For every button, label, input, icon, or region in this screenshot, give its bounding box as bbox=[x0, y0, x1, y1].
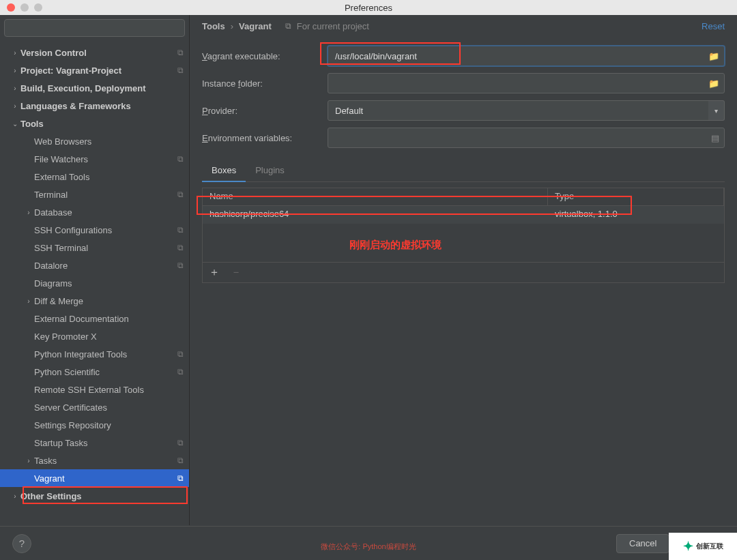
tree-arrow-icon: › bbox=[23, 297, 34, 305]
breadcrumb-separator: › bbox=[231, 21, 233, 31]
sidebar-item-label: Python Scientific bbox=[34, 367, 177, 377]
sidebar-item[interactable]: Diagrams bbox=[0, 274, 189, 292]
sidebar-item-label: Python Integrated Tools bbox=[34, 349, 177, 359]
table-toolbar: ＋ － bbox=[202, 263, 725, 283]
sidebar-item[interactable]: SSH Terminal⧉ bbox=[0, 239, 189, 256]
sidebar-item-label: Tools bbox=[20, 119, 184, 129]
env-variables-input[interactable] bbox=[328, 128, 725, 148]
sidebar-item-label: Other Settings bbox=[20, 491, 184, 501]
provider-select[interactable] bbox=[328, 100, 709, 121]
sidebar-item-label: Diff & Merge bbox=[34, 296, 184, 306]
sidebar-item-label: SSH Configurations bbox=[34, 225, 177, 235]
sidebar-item[interactable]: ›Project: Vagrant-Project⧉ bbox=[0, 61, 189, 79]
breadcrumb-leaf: Vagrant bbox=[239, 21, 272, 31]
instance-folder-input[interactable] bbox=[328, 73, 725, 93]
minimize-window-button[interactable] bbox=[20, 3, 29, 12]
sidebar-item-label: Diagrams bbox=[34, 278, 184, 289]
cell-name: hashicorp/precise64 bbox=[203, 206, 548, 224]
sidebar-item[interactable]: SSH Configurations⧉ bbox=[0, 221, 189, 239]
sidebar-item[interactable]: ›Diff & Merge bbox=[0, 292, 189, 310]
sidebar-item[interactable]: Startup Tasks⧉ bbox=[0, 434, 189, 452]
sidebar-item-label: Terminal bbox=[34, 190, 177, 200]
project-scope-icon: ⧉ bbox=[177, 154, 184, 164]
window-controls bbox=[0, 3, 42, 12]
tab-boxes[interactable]: Boxes bbox=[202, 160, 246, 182]
sidebar-item[interactable]: Web Browsers bbox=[0, 132, 189, 150]
sidebar-item-label: Settings Repository bbox=[34, 420, 184, 430]
sidebar-item[interactable]: ›Languages & Frameworks bbox=[0, 97, 189, 115]
boxes-table: Name Type hashicorp/precise64virtualbox,… bbox=[202, 188, 725, 263]
project-scope-icon: ⧉ bbox=[177, 456, 184, 465]
reset-link[interactable]: Reset bbox=[702, 21, 725, 31]
sidebar-item[interactable]: Settings Repository bbox=[0, 416, 189, 434]
project-scope-icon: ⧉ bbox=[177, 243, 184, 252]
sidebar-item[interactable]: Datalore⧉ bbox=[0, 256, 189, 274]
project-scope-icon: ⧉ bbox=[177, 225, 184, 235]
window-title: Preferences bbox=[345, 3, 392, 13]
sidebar-item[interactable]: File Watchers⧉ bbox=[0, 150, 189, 168]
tree-arrow-icon: › bbox=[23, 209, 34, 216]
sidebar-item[interactable]: Remote SSH External Tools bbox=[0, 381, 189, 398]
tree-arrow-icon: › bbox=[10, 67, 20, 74]
tree-arrow-icon: › bbox=[10, 102, 20, 110]
sidebar-item-label: SSH Terminal bbox=[34, 243, 177, 253]
sidebar-item[interactable]: External Tools bbox=[0, 168, 189, 186]
column-header-type[interactable]: Type bbox=[548, 188, 724, 205]
sidebar-item[interactable]: Python Scientific⧉ bbox=[0, 363, 189, 381]
cancel-button[interactable]: Cancel bbox=[616, 534, 669, 553]
sidebar-item[interactable]: Terminal⧉ bbox=[0, 186, 189, 203]
annotation-text: 刚刚启动的虚拟环境 bbox=[349, 239, 442, 252]
remove-button[interactable]: － bbox=[230, 265, 242, 280]
sidebar-item[interactable]: ›Version Control⧉ bbox=[0, 44, 189, 61]
tree-arrow-icon: › bbox=[10, 492, 20, 500]
cell-type: virtualbox, 1.1.0 bbox=[548, 206, 724, 224]
search-input[interactable] bbox=[4, 19, 185, 37]
project-scope-icon: ⧉ bbox=[177, 48, 184, 57]
sidebar-item-label: Vagrant bbox=[34, 473, 177, 484]
sidebar-item[interactable]: Vagrant⧉ bbox=[0, 469, 189, 487]
env-variables-label: Environment variables: bbox=[202, 133, 328, 143]
close-window-button[interactable] bbox=[7, 3, 15, 12]
sidebar-item[interactable]: ⌄Tools bbox=[0, 115, 189, 132]
tree-arrow-icon: › bbox=[10, 49, 20, 57]
sidebar-item-label: Project: Vagrant-Project bbox=[20, 65, 177, 76]
project-scope-icon: ⧉ bbox=[177, 367, 184, 377]
provider-dropdown-arrow[interactable]: ▾ bbox=[708, 100, 725, 121]
sidebar-item[interactable]: ›Database bbox=[0, 203, 189, 221]
project-scope-icon: ⧉ bbox=[177, 65, 184, 75]
settings-form: Vagrant executable: 📁 Instance folder: 📁… bbox=[190, 37, 737, 283]
browse-folder-icon[interactable]: 📁 bbox=[708, 78, 719, 89]
vagrant-executable-input[interactable] bbox=[328, 46, 725, 66]
tree-arrow-icon: › bbox=[23, 457, 34, 465]
help-button[interactable]: ? bbox=[12, 534, 31, 553]
project-scope-icon: ⧉ bbox=[177, 190, 184, 199]
sidebar-item[interactable]: ›Build, Execution, Deployment bbox=[0, 79, 189, 97]
sidebar-item-label: File Watchers bbox=[34, 154, 177, 164]
browse-folder-icon[interactable]: 📁 bbox=[708, 51, 719, 61]
watermark-logo: ✦ 创新互联 bbox=[669, 533, 737, 560]
sidebar-item-label: Version Control bbox=[20, 48, 177, 58]
zoom-window-button[interactable] bbox=[34, 3, 42, 12]
instance-folder-label: Instance folder: bbox=[202, 78, 328, 89]
sidebar-item[interactable]: Key Promoter X bbox=[0, 327, 189, 345]
tab-plugins[interactable]: Plugins bbox=[246, 160, 294, 181]
sidebar-item-label: Server Certificates bbox=[34, 402, 184, 413]
sidebar-item[interactable]: Python Integrated Tools⧉ bbox=[0, 345, 189, 363]
add-button[interactable]: ＋ bbox=[208, 265, 220, 280]
sidebar-item[interactable]: Server Certificates bbox=[0, 398, 189, 416]
table-row[interactable]: hashicorp/precise64virtualbox, 1.1.0 bbox=[203, 206, 724, 224]
titlebar: Preferences bbox=[0, 0, 737, 15]
provider-label: Provider: bbox=[202, 106, 328, 116]
breadcrumb-root[interactable]: Tools bbox=[202, 21, 225, 31]
sidebar-item[interactable]: External Documentation bbox=[0, 310, 189, 327]
column-header-name[interactable]: Name bbox=[203, 188, 548, 205]
project-scope-icon: ⧉ bbox=[177, 261, 184, 270]
sidebar: 🔍 ›Version Control⧉›Project: Vagrant-Pro… bbox=[0, 15, 190, 525]
sidebar-item[interactable]: ›Tasks⧉ bbox=[0, 452, 189, 469]
tabs: Boxes Plugins bbox=[202, 160, 725, 182]
sidebar-item[interactable]: ›Other Settings bbox=[0, 487, 189, 505]
list-edit-icon[interactable]: ▤ bbox=[711, 133, 719, 143]
main-panel: Tools › Vagrant ⧉ For current project Re… bbox=[190, 15, 737, 525]
sidebar-item-label: Tasks bbox=[34, 456, 177, 466]
sidebar-item-label: External Documentation bbox=[34, 314, 184, 324]
